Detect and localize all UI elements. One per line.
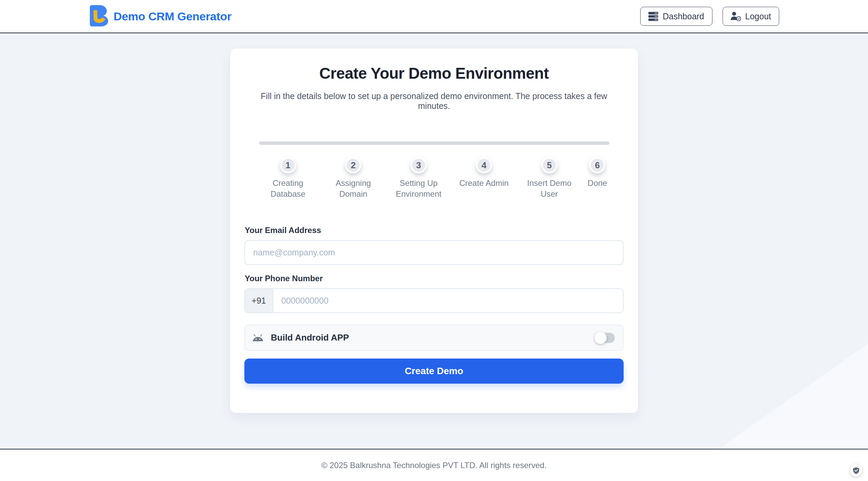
android-icon (252, 334, 264, 342)
steps-row: 1 Creating Database 2 Assigning Domain 3… (259, 157, 609, 200)
step-label: Creating Database (259, 178, 317, 200)
step-label: Create Admin (459, 178, 508, 189)
create-demo-card: Create Your Demo Environment Fill in the… (230, 48, 638, 413)
app-footer: © 2025 Balkrushna Technologies PVT LTD. … (0, 449, 868, 481)
email-field[interactable] (244, 240, 624, 265)
copyright-text: © 2025 Balkrushna Technologies PVT LTD. … (321, 461, 547, 470)
create-demo-button[interactable]: Create Demo (244, 359, 624, 384)
step-label: Assigning Domain (324, 178, 382, 200)
main-area: Create Your Demo Environment Fill in the… (0, 33, 868, 449)
step-assigning-domain: 2 Assigning Domain (324, 157, 382, 200)
page-subtitle: Fill in the details below to set up a pe… (244, 91, 624, 111)
phone-country-prefix: +91 (245, 289, 273, 312)
logout-button-label: Logout (745, 12, 771, 21)
email-label: Your Email Address (245, 226, 624, 235)
brand-logo-icon (89, 5, 109, 28)
toggle-knob (594, 332, 607, 344)
dashboard-button-label: Dashboard (663, 12, 704, 21)
phone-label: Your Phone Number (245, 274, 624, 283)
step-circle: 6 (589, 157, 605, 173)
step-insert-demo-user: 5 Insert Demo User (520, 157, 579, 200)
step-setting-up-environment: 3 Setting Up Environment (389, 157, 448, 200)
corner-decoration (719, 344, 868, 449)
step-label: Setting Up Environment (389, 178, 448, 200)
progress-bar (259, 141, 609, 145)
brand[interactable]: Demo CRM Generator (89, 5, 231, 28)
page-title: Create Your Demo Environment (244, 64, 624, 82)
logout-button[interactable]: Logout (723, 7, 779, 26)
server-stack-icon (648, 12, 658, 21)
brand-title: Demo CRM Generator (114, 10, 231, 23)
build-android-row: Build Android APP (244, 325, 624, 351)
step-circle: 1 (280, 157, 296, 173)
step-circle: 4 (476, 157, 492, 173)
step-label: Done (588, 178, 607, 189)
app-header: Demo CRM Generator Dashboard (0, 0, 868, 33)
step-creating-database: 1 Creating Database (259, 157, 317, 200)
phone-block: Your Phone Number +91 (244, 274, 624, 313)
step-done: 6 Done (585, 157, 609, 200)
step-create-admin: 4 Create Admin (455, 157, 513, 200)
progress-track (259, 141, 609, 145)
build-android-label: Build Android APP (271, 332, 349, 343)
demo-form: Your Email Address Your Phone Number +91 (244, 226, 624, 384)
step-label: Insert Demo User (520, 178, 579, 200)
step-circle: 3 (410, 157, 427, 173)
dashboard-button[interactable]: Dashboard (640, 7, 712, 26)
phone-input-group: +91 (244, 288, 624, 313)
phone-field[interactable] (273, 289, 623, 312)
step-circle: 5 (541, 157, 558, 173)
build-android-toggle[interactable] (595, 333, 615, 343)
step-circle: 2 (345, 157, 361, 173)
shield-check-badge[interactable] (850, 464, 862, 477)
header-actions: Dashboard Logout (640, 7, 779, 26)
user-logout-icon (731, 12, 741, 21)
